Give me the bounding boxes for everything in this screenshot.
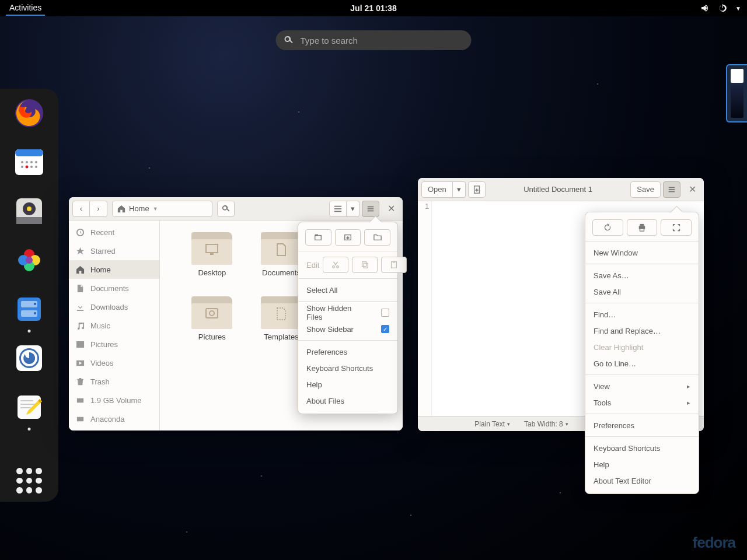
menu-preferences[interactable]: Preferences xyxy=(298,344,397,360)
workspace-mini-bg xyxy=(731,85,743,118)
status-tab-width[interactable]: Tab Width: 8 xyxy=(524,420,568,428)
menu-goto-line[interactable]: Go to Line… xyxy=(585,355,699,372)
forward-button[interactable]: › xyxy=(90,201,107,217)
dock-firefox[interactable] xyxy=(13,97,46,130)
folder-pictures[interactable]: Pictures xyxy=(177,296,247,360)
svg-rect-33 xyxy=(334,211,341,212)
status-area[interactable]: ▼ xyxy=(700,4,741,13)
svg-point-40 xyxy=(210,311,214,316)
svg-point-8 xyxy=(30,166,33,168)
menu-save-as[interactable]: Save As… xyxy=(585,267,699,284)
dock-calendar[interactable] xyxy=(13,146,46,178)
files-titlebar[interactable]: ‹ › Home ▼ ▾ ✕ xyxy=(69,197,403,220)
menu-save-all[interactable]: Save All xyxy=(585,284,699,300)
paste-button[interactable] xyxy=(381,257,407,273)
volume-icon xyxy=(700,4,710,13)
show-apps-button[interactable] xyxy=(16,468,42,494)
drive-icon xyxy=(76,415,85,424)
new-doc-icon xyxy=(473,186,481,194)
menu-find-replace[interactable]: Find and Replace… xyxy=(585,323,699,339)
sidebar-item-starred[interactable]: Starred xyxy=(69,242,159,260)
save-button[interactable]: Save xyxy=(630,181,661,198)
menu-find[interactable]: Find… xyxy=(585,306,699,323)
sidebar-item-label: Home xyxy=(90,265,111,274)
menu-shortcuts[interactable]: Keyboard Shortcuts xyxy=(298,360,397,376)
workspace-thumbnail[interactable] xyxy=(726,64,747,123)
gedit-titlebar[interactable]: Open ▾ Untitled Document 1 Save ✕ xyxy=(418,178,704,201)
activities-button[interactable]: Activities xyxy=(6,1,45,16)
sidebar-item-music[interactable]: Music xyxy=(69,316,159,335)
hamburger-button[interactable] xyxy=(663,181,680,198)
cut-button[interactable] xyxy=(323,257,348,273)
overview-search[interactable] xyxy=(276,30,472,50)
menu-about[interactable]: About Files xyxy=(298,393,397,409)
menu-about[interactable]: About Text Editor xyxy=(585,473,699,489)
menu-show-sidebar[interactable]: Show Sidebar xyxy=(298,321,397,337)
sidebar-item-home[interactable]: Home xyxy=(69,260,159,279)
menu-help[interactable]: Help xyxy=(585,456,699,473)
menu-preferences[interactable]: Preferences xyxy=(585,417,699,433)
open-recent-button[interactable]: ▾ xyxy=(453,181,466,198)
dock-photos[interactable] xyxy=(13,244,46,276)
back-button[interactable]: ‹ xyxy=(72,201,90,217)
reload-button[interactable] xyxy=(592,219,623,236)
print-button[interactable] xyxy=(627,219,658,236)
menu-tools[interactable]: Tools xyxy=(585,394,699,411)
sidebar-item-label: Trash xyxy=(90,377,110,386)
checkbox-off xyxy=(381,309,389,317)
menu-help[interactable]: Help xyxy=(298,376,397,393)
svg-rect-47 xyxy=(362,262,366,267)
open-button[interactable]: Open xyxy=(421,181,453,198)
new-tab-button[interactable] xyxy=(305,229,331,246)
workspace-mini-window xyxy=(731,69,743,83)
home-icon xyxy=(117,205,125,213)
sidebar-item-label: Starred xyxy=(90,247,116,256)
folder-icon xyxy=(261,296,302,329)
view-options-button[interactable]: ▾ xyxy=(347,201,359,217)
svg-rect-43 xyxy=(315,235,318,236)
svg-rect-32 xyxy=(334,208,341,209)
new-folder-button[interactable] xyxy=(364,229,390,246)
menu-select-all[interactable]: Select All xyxy=(298,282,397,298)
sidebar-item-trash[interactable]: Trash xyxy=(69,372,159,391)
svg-rect-39 xyxy=(206,309,218,318)
sidebar-item-anaconda[interactable]: Anaconda xyxy=(69,410,159,428)
sidebar-item-pictures[interactable]: Pictures xyxy=(69,335,159,354)
sidebar-item-recent[interactable]: Recent xyxy=(69,223,159,242)
dock-anaconda[interactable] xyxy=(13,342,46,374)
location-bar[interactable]: Home ▼ xyxy=(112,201,212,217)
new-window-button[interactable] xyxy=(335,229,361,246)
dock-text-editor[interactable] xyxy=(13,391,46,424)
files-window[interactable]: ‹ › Home ▼ ▾ ✕ RecentStarredHomeDocument… xyxy=(69,197,403,430)
close-button[interactable]: ✕ xyxy=(684,181,700,198)
copy-button[interactable] xyxy=(352,257,378,273)
clock[interactable]: Jul 21 01:38 xyxy=(350,4,396,13)
svg-point-7 xyxy=(21,166,23,168)
menu-view[interactable]: View xyxy=(585,378,699,394)
gedit-window[interactable]: Open ▾ Untitled Document 1 Save ✕ 1 New … xyxy=(418,178,704,431)
sidebar-item-label: 1.9 GB Volume xyxy=(90,396,141,405)
dock-files[interactable] xyxy=(13,293,46,326)
search-button[interactable] xyxy=(217,201,235,217)
fullscreen-button[interactable] xyxy=(661,219,692,236)
menu-new-window[interactable]: New Window xyxy=(585,244,699,261)
hamburger-button[interactable] xyxy=(362,201,379,217)
menu-clear-highlight[interactable]: Clear Highlight xyxy=(585,339,699,355)
sidebar-item-downloads[interactable]: Downloads xyxy=(69,298,159,316)
sidebar-item-1.9-gb-volume[interactable]: 1.9 GB Volume xyxy=(69,391,159,410)
folder-desktop[interactable]: Desktop xyxy=(177,232,247,296)
status-language[interactable]: Plain Text xyxy=(474,420,510,428)
svg-point-24 xyxy=(34,312,36,314)
sidebar-item-documents[interactable]: Documents xyxy=(69,279,159,298)
close-button[interactable]: ✕ xyxy=(383,201,399,217)
svg-point-4 xyxy=(26,161,28,163)
search-input[interactable] xyxy=(301,36,463,46)
new-tab-icon xyxy=(314,233,322,242)
menu-shortcuts[interactable]: Keyboard Shortcuts xyxy=(585,440,699,456)
view-toggle-button[interactable] xyxy=(329,201,347,217)
dock-rhythmbox[interactable] xyxy=(13,195,46,228)
sidebar-item-videos[interactable]: Videos xyxy=(69,354,159,372)
new-document-button[interactable] xyxy=(468,181,486,198)
running-indicator xyxy=(28,428,31,430)
menu-show-hidden[interactable]: Show Hidden Files xyxy=(298,304,397,321)
